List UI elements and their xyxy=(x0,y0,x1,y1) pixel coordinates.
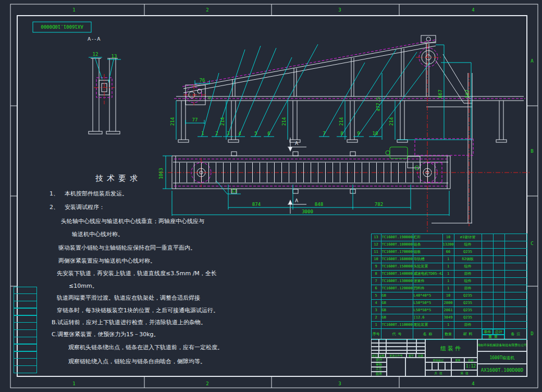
rev-header-mark: 标记 xyxy=(371,353,378,358)
dim-214-5: 214 xyxy=(389,117,394,126)
scale-label: 比例 xyxy=(464,358,477,362)
zone-bottom-2: 2 xyxy=(206,381,208,386)
margin-row xyxy=(14,315,37,323)
bom-cell-material: 部件 xyxy=(454,285,482,292)
dim-782: 782 xyxy=(375,202,383,207)
bom-header-weight-group: 单件 总计 重 量 xyxy=(482,328,505,340)
bom-cell-total-weight xyxy=(493,270,505,278)
bom-cell-qty: 1 xyxy=(442,255,454,263)
bom-cell-total-weight xyxy=(493,307,505,314)
tech-line: 2、 安装调试程序： xyxy=(50,204,105,211)
bom-cell-qty: 13200 xyxy=(442,241,454,249)
zone-top-2: 2 xyxy=(206,7,208,13)
bom-cell-code: GB xyxy=(381,314,413,322)
bom-cell-total-weight xyxy=(493,321,505,329)
bom-cell-name: [12.6 xyxy=(413,314,443,322)
motor xyxy=(390,147,408,158)
balloon-7: 7 xyxy=(323,131,325,136)
bom-cell-material: δ2钢板 xyxy=(454,255,482,263)
bom-cell-remark xyxy=(504,292,527,300)
bom-cell-unit-weight xyxy=(482,263,494,271)
bom-row: 1 TC1600T.1100000 尾轮装置 1 部件 xyxy=(371,321,527,328)
drawing-number: AX1600T.100D00D xyxy=(477,364,527,376)
margin-row xyxy=(14,344,37,351)
bom-cell-no: 6 xyxy=(371,285,381,292)
dim-77: 77 xyxy=(192,117,198,123)
bom-row: 12 TC1600T.1800000 链条 13200 组件 xyxy=(371,241,527,248)
bom-cell-qty: 10 xyxy=(442,292,454,300)
tech-line: 先安装下轨道，再安装上轨道，轨道直线度≤3.5mm /M，全长 xyxy=(57,271,217,277)
bom-row: 11 TC1600T.1700000 链板 66 Q235 xyxy=(371,248,527,255)
balloon-2: 2 xyxy=(215,131,218,136)
margin-row xyxy=(14,365,37,373)
tech-line: 驱动装置小链轮与主轴链轮应保持在同一垂直平面内。 xyxy=(58,245,196,251)
bom-cell-code: TC1600T.1200000 xyxy=(381,285,413,292)
bom-header-row: 序号 代 号 名 称 数量 材 料 单件 总计 重 量 备 注 xyxy=(371,328,527,339)
bom-cell-no: 2 xyxy=(371,314,381,322)
bom-cell-unit-weight xyxy=(482,277,494,285)
bom-cell-qty: 10 xyxy=(442,234,454,241)
scale-value: 1:12 xyxy=(464,362,477,370)
bom-header-material: 材 料 xyxy=(454,328,482,340)
bom-header-remark: 备 注 xyxy=(504,328,527,340)
bom-cell-no: 7 xyxy=(371,277,381,285)
bom-cell-name: L50*50*5 xyxy=(413,299,443,307)
margin-row xyxy=(14,337,37,344)
balloon-6: 6 xyxy=(267,131,270,136)
dim-874: 874 xyxy=(252,202,261,207)
sign-label-process: 工艺 xyxy=(371,367,387,372)
bom-cell-code: GB xyxy=(381,307,413,314)
bom-cell-material: 部件 xyxy=(454,321,482,329)
bom-cell-no: 4 xyxy=(371,299,381,307)
dim-214-2: 214 xyxy=(220,117,225,126)
tech-requirements-title: 技术要求 xyxy=(95,174,141,183)
dim-214-3: 214 xyxy=(281,117,287,126)
bom-cell-code: GB xyxy=(381,292,413,300)
bom-row: 7 TC1600T.1300000 张紧件 1 组件 xyxy=(371,277,527,285)
sign-label-approve: 批准 xyxy=(371,372,387,376)
bom-cell-total-weight xyxy=(493,255,505,263)
bom-cell-remark xyxy=(504,285,527,292)
bom-row: 9 TC1600T.1500000 头轮装置 1 组件 xyxy=(371,263,527,270)
dim-1063: 1063 xyxy=(158,168,164,179)
drawing-number-stamp: AX16001.10D0000 xyxy=(41,24,83,29)
cad-drawing-canvas: 1 2 3 4 1 2 3 4 A B C D AX16001.10D0000 … xyxy=(0,0,542,392)
dim-214-1: 214 xyxy=(170,117,175,126)
bom-cell-material: 组件 xyxy=(454,241,482,249)
tech-line: 头轮轴中心线应与输送机中心线垂直；两轴座中心线应与 xyxy=(61,218,204,225)
bom-cell-name: 挡料件 xyxy=(413,285,443,292)
bom-cell-material: ∅1镀锌管 xyxy=(454,234,482,241)
margin-row xyxy=(14,301,37,308)
title-block: 标记 处数 更改文件号 签字 日期 设计 审核 工艺 批准 组装件 阶段标记 重… xyxy=(371,339,527,376)
margin-row xyxy=(14,293,37,301)
dim-76: 76 xyxy=(200,78,205,83)
bom-cell-material: 组件 xyxy=(454,263,482,271)
margin-row xyxy=(14,329,37,337)
bom-cell-no: 10 xyxy=(371,255,381,263)
bom-cell-no: 3 xyxy=(371,307,381,314)
bom-cell-name: 链条 xyxy=(413,241,443,249)
bom-cell-name: 张紧件 xyxy=(413,277,443,285)
bom-cell-unit-weight xyxy=(482,299,494,307)
bom-cell-no: 11 xyxy=(371,248,381,256)
bom-cell-code: TC1600T.1300000 xyxy=(381,277,413,285)
bom-cell-code: TC1600T.1800000 xyxy=(381,241,413,249)
bom-row: 13 TC1600T.1900000 栏杆 10 ∅1镀锌管 xyxy=(371,234,527,241)
bom-cell-remark xyxy=(504,299,527,307)
sign-label-check: 审核 xyxy=(371,362,387,367)
bom-cell-no: 1 xyxy=(371,321,381,329)
bom-cell-remark xyxy=(504,314,527,322)
bom-header-qty: 数量 xyxy=(442,328,454,340)
bom-cell-total-weight xyxy=(493,248,505,256)
part-name: 组装件 xyxy=(425,339,477,358)
bom-cell-name: 栏杆 xyxy=(413,234,443,241)
section-view xyxy=(89,57,121,134)
bom-cell-code: GB xyxy=(381,299,413,307)
bom-rows: 13 TC1600T.1900000 栏杆 10 ∅1镀锌管 12 TC1600… xyxy=(371,234,527,328)
bom-cell-total-weight xyxy=(493,241,505,249)
bom-cell-no: 12 xyxy=(371,241,381,249)
zone-right-b: B xyxy=(531,149,533,154)
balloon-12: 12 xyxy=(93,52,98,57)
bom-row: 10 TC1600T.1600000 导轨槽 1 δ2钢板 xyxy=(371,255,527,263)
bom-cell-total-weight xyxy=(493,299,505,307)
